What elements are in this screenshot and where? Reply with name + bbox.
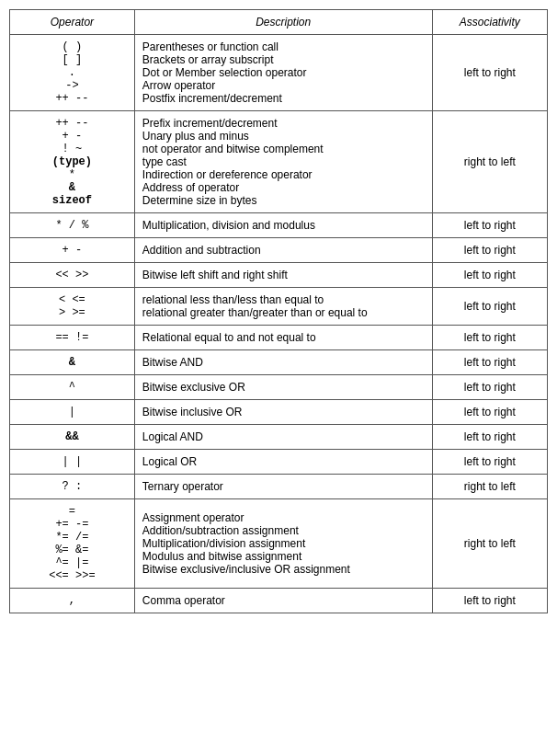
- associativity-cell: left to right: [432, 350, 547, 375]
- table-row: &&Logical ANDleft to right: [10, 425, 548, 450]
- associativity-cell: right to left: [432, 111, 547, 213]
- operator-cell: &&: [10, 425, 135, 450]
- description-cell: Logical AND: [134, 425, 432, 450]
- operator-cell: * / %: [10, 213, 135, 238]
- operator-cell: < <=> >=: [10, 288, 135, 326]
- description-cell: relational less than/less than equal tor…: [134, 288, 432, 326]
- associativity-cell: left to right: [432, 400, 547, 425]
- associativity-cell: right to left: [432, 499, 547, 589]
- description-cell: Addition and subtraction: [134, 238, 432, 263]
- operator-cell: |: [10, 400, 135, 425]
- description-cell: Multiplication, division and modulus: [134, 213, 432, 238]
- table-row: ++ --+ -! ~(type)*&sizeofPrefix incremen…: [10, 111, 548, 213]
- associativity-cell: right to left: [432, 475, 547, 499]
- operator-cell: + -: [10, 238, 135, 263]
- operator-cell: =+= -=*= /=%= &=^= |=<<= >>=: [10, 499, 135, 589]
- description-cell: Bitwise inclusive OR: [134, 400, 432, 425]
- table-row: ( )[ ].->++ --Parentheses or function ca…: [10, 35, 548, 111]
- description-cell: Parentheses or function callBrackets or …: [134, 35, 432, 111]
- operators-table: Operator Description Associativity ( )[ …: [9, 9, 548, 613]
- operator-cell: == !=: [10, 326, 135, 350]
- associativity-cell: left to right: [432, 326, 547, 350]
- associativity-cell: left to right: [432, 589, 547, 613]
- table-row: == !=Relational equal to and not equal t…: [10, 326, 548, 350]
- description-cell: Comma operator: [134, 589, 432, 613]
- description-cell: Ternary operator: [134, 475, 432, 499]
- description-cell: Bitwise exclusive OR: [134, 375, 432, 400]
- operator-cell: ++ --+ -! ~(type)*&sizeof: [10, 111, 135, 213]
- table-row: * / %Multiplication, division and modulu…: [10, 213, 548, 238]
- operator-cell: << >>: [10, 263, 135, 288]
- description-cell: Logical OR: [134, 450, 432, 475]
- operator-cell: ,: [10, 589, 135, 613]
- associativity-cell: left to right: [432, 288, 547, 326]
- associativity-cell: left to right: [432, 213, 547, 238]
- associativity-cell: left to right: [432, 425, 547, 450]
- table-row: ? :Ternary operatorright to left: [10, 475, 548, 499]
- operator-cell: | |: [10, 450, 135, 475]
- header-description: Description: [134, 10, 432, 35]
- table-row: |Bitwise inclusive ORleft to right: [10, 400, 548, 425]
- associativity-cell: left to right: [432, 450, 547, 475]
- table-row: &Bitwise ANDleft to right: [10, 350, 548, 375]
- table-row: ,Comma operatorleft to right: [10, 589, 548, 613]
- associativity-cell: left to right: [432, 238, 547, 263]
- operator-cell: &: [10, 350, 135, 375]
- description-cell: Prefix increment/decrementUnary plus and…: [134, 111, 432, 213]
- header-operator: Operator: [10, 10, 135, 35]
- header-associativity: Associativity: [432, 10, 547, 35]
- operator-cell: ( )[ ].->++ --: [10, 35, 135, 111]
- table-row: + -Addition and subtractionleft to right: [10, 238, 548, 263]
- associativity-cell: left to right: [432, 263, 547, 288]
- operator-cell: ^: [10, 375, 135, 400]
- description-cell: Bitwise left shift and right shift: [134, 263, 432, 288]
- associativity-cell: left to right: [432, 35, 547, 111]
- associativity-cell: left to right: [432, 375, 547, 400]
- table-row: < <=> >=relational less than/less than e…: [10, 288, 548, 326]
- description-cell: Assignment operatorAddition/subtraction …: [134, 499, 432, 589]
- description-cell: Relational equal to and not equal to: [134, 326, 432, 350]
- description-cell: Bitwise AND: [134, 350, 432, 375]
- table-row: =+= -=*= /=%= &=^= |=<<= >>=Assignment o…: [10, 499, 548, 589]
- table-row: << >>Bitwise left shift and right shiftl…: [10, 263, 548, 288]
- table-row: | |Logical ORleft to right: [10, 450, 548, 475]
- operator-cell: ? :: [10, 475, 135, 499]
- table-row: ^Bitwise exclusive ORleft to right: [10, 375, 548, 400]
